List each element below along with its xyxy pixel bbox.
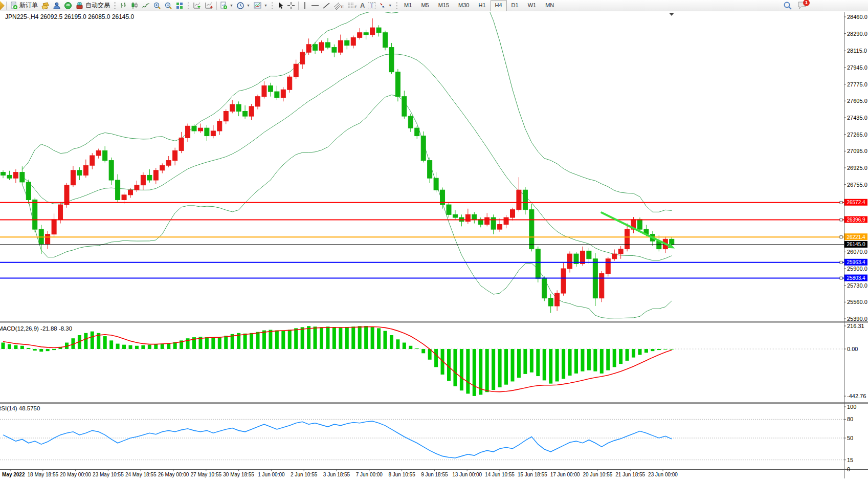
- time-axis-label: 15 Jun 18:55: [518, 472, 547, 477]
- line-handle[interactable]: [840, 277, 842, 279]
- arrows-icon: [379, 2, 386, 10]
- crosshair-button[interactable]: [285, 0, 297, 11]
- tile-windows-icon: [175, 2, 184, 10]
- label-tool-icon: T: [368, 2, 375, 9]
- line-chart-button[interactable]: [140, 0, 151, 11]
- line-handle[interactable]: [840, 218, 842, 221]
- candlestick-chart-button[interactable]: [129, 0, 140, 11]
- clipped-tool-icon[interactable]: [0, 1, 5, 10]
- indicators-button[interactable]: ▼: [218, 0, 235, 11]
- signals-button[interactable]: [51, 0, 62, 11]
- price-axis-label: 26755.0: [847, 182, 867, 188]
- chat-button[interactable]: 1: [797, 1, 808, 11]
- chart-svg[interactable]: JPN225-,H4 26092.5 26195.0 26085.0 26145…: [0, 0, 868, 481]
- time-axis-label: 26 May 00:00: [158, 472, 189, 477]
- price-axis-label: 25560.0: [847, 299, 867, 305]
- toolbar-grip: [114, 2, 116, 9]
- news-button[interactable]: [62, 0, 74, 11]
- zoom-out-button[interactable]: [163, 0, 174, 11]
- price-axis-label: 28290.0: [847, 31, 867, 37]
- new-order-button[interactable]: 新订单: [8, 0, 39, 11]
- chart-shift-button[interactable]: [203, 0, 215, 11]
- text-tool-icon: A: [360, 2, 365, 9]
- auto-scroll-icon: [193, 2, 202, 10]
- timeframe-d1[interactable]: D1: [507, 0, 523, 11]
- time-axis-label: 27 May 10:55: [190, 472, 221, 477]
- person-icon: [53, 2, 61, 10]
- line-handle[interactable]: [840, 236, 842, 238]
- price-axis-label: 25390.0: [847, 316, 867, 322]
- timeframe-m5[interactable]: M5: [416, 0, 433, 11]
- trendline-icon: [322, 2, 330, 10]
- mt4-terminal: { "toolbar": { "new_order_label": "新订单",…: [0, 0, 868, 481]
- time-axis-label: 23 Jun 00:00: [648, 472, 678, 477]
- text-label-tool[interactable]: T: [366, 0, 377, 11]
- chart-legend: JPN225-,H4 26092.5 26195.0 26085.0 26145…: [5, 13, 135, 20]
- zoom-in-icon: [153, 2, 161, 10]
- search-icon[interactable]: [783, 1, 792, 10]
- template-icon: [253, 2, 262, 10]
- autotrading-button[interactable]: 自动交易: [74, 0, 112, 11]
- time-axis-label: 24 May 18:55: [125, 472, 157, 477]
- cursor-button[interactable]: [275, 0, 285, 11]
- line-handle[interactable]: [840, 201, 842, 204]
- line-chart-icon: [142, 2, 150, 10]
- bar-chart-button[interactable]: [118, 0, 129, 11]
- tile-windows-button[interactable]: [174, 0, 185, 11]
- shift-marker[interactable]: [669, 13, 674, 16]
- zoom-in-button[interactable]: [151, 0, 163, 11]
- price-axis-label: 26925.0: [847, 165, 867, 171]
- horizontal-line-tool[interactable]: [309, 0, 321, 11]
- bar-chart-icon: [119, 2, 127, 10]
- price-axis-label: 25730.0: [847, 282, 867, 289]
- toolbar-grip: [396, 2, 397, 9]
- horizontal-line-icon: [311, 2, 319, 10]
- time-axis-label: 21 Jun 18:55: [615, 472, 645, 477]
- arrows-tool[interactable]: ▼: [377, 0, 393, 11]
- rsi-line: [3, 421, 672, 458]
- macd-panel[interactable]: [0, 326, 844, 396]
- time-axis-label: 23 May 10:55: [93, 472, 124, 477]
- macd-axis-label: -442.76: [847, 393, 866, 399]
- price-axis-label: 26070.0: [847, 249, 867, 255]
- timeframe-m30[interactable]: M30: [454, 0, 474, 11]
- chevron-down-icon: ▼: [247, 4, 250, 7]
- autotrading-icon: [75, 2, 84, 10]
- price-badge-label: 26396.9: [847, 217, 865, 223]
- macd-axis-label: 0.00: [847, 346, 858, 352]
- trend-arrow[interactable]: [602, 212, 671, 247]
- crosshair-icon: [287, 2, 295, 10]
- timeframe-h1[interactable]: H1: [474, 0, 490, 11]
- rsi-panel[interactable]: [0, 419, 844, 460]
- periods-button[interactable]: ▼: [235, 0, 252, 11]
- market-button[interactable]: [39, 0, 51, 11]
- timeframe-w1[interactable]: W1: [523, 0, 541, 11]
- candlestick-icon: [130, 2, 139, 10]
- toolbar-grip: [188, 2, 189, 9]
- indicators-icon: [220, 2, 228, 10]
- auto-scroll-button[interactable]: [191, 0, 203, 11]
- equidistant-channel-tool[interactable]: E: [332, 0, 345, 11]
- timeframe-h4[interactable]: H4: [491, 0, 507, 11]
- timeframe-m1[interactable]: M1: [399, 0, 416, 11]
- broadcast-icon: [64, 2, 72, 10]
- timeframe-mn[interactable]: MN: [541, 0, 559, 11]
- rsi-axis-label: 100: [847, 404, 856, 410]
- vertical-line-tool[interactable]: [300, 0, 309, 11]
- main-panel[interactable]: [1, 0, 674, 318]
- line-handle[interactable]: [840, 261, 842, 264]
- price-badge-label: 26145.0: [847, 242, 865, 247]
- toolbar-right: 1: [783, 1, 808, 11]
- time-axis-label: 2 Jun 10:55: [291, 472, 318, 477]
- fibonacci-tool[interactable]: F: [345, 0, 359, 11]
- price-badge-label: 25963.4: [847, 259, 865, 265]
- autotrading-label: 自动交易: [85, 1, 110, 10]
- separator: [298, 2, 299, 10]
- timeframe-m15[interactable]: M15: [434, 0, 454, 11]
- price-badge-label: 26221.4: [847, 234, 865, 240]
- templates-button[interactable]: ▼: [252, 0, 269, 11]
- chevron-down-icon: ▼: [264, 4, 268, 7]
- trendline-tool[interactable]: [321, 0, 332, 11]
- toolbar-grip: [272, 2, 273, 9]
- text-tool[interactable]: A: [359, 0, 366, 11]
